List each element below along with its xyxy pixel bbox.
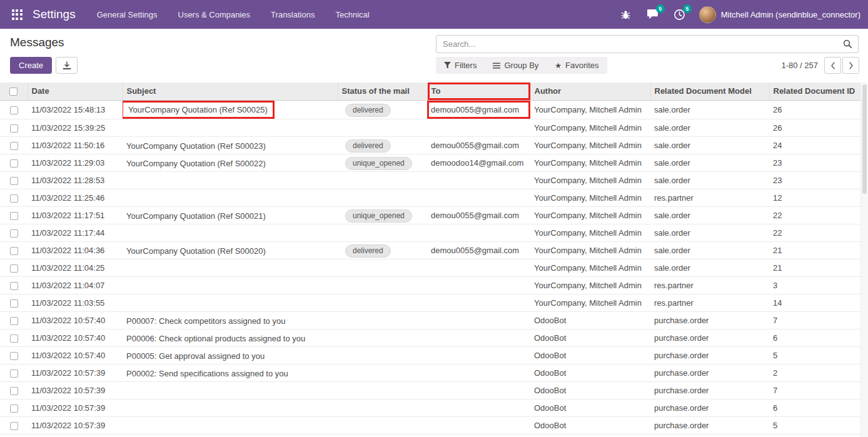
table-row[interactable]: 11/03/2022 15:39:25YourCompany, Mitchell… bbox=[0, 119, 860, 136]
table-row[interactable]: 11/03/2022 11:25:46YourCompany, Mitchell… bbox=[0, 189, 860, 206]
cell-author: YourCompany, Mitchell Admin bbox=[530, 119, 650, 136]
cell-doc-id: 2 bbox=[769, 364, 860, 381]
row-checkbox[interactable] bbox=[10, 352, 18, 360]
user-menu[interactable]: Mitchell Admin (sendinblue_connector) bbox=[699, 6, 860, 23]
table-row[interactable]: 11/03/2022 11:03:55YourCompany, Mitchell… bbox=[0, 294, 860, 311]
cell-to bbox=[427, 259, 530, 276]
table-row[interactable]: 11/03/2022 10:57:40P00007: Check competi… bbox=[0, 311, 860, 329]
row-select-cell bbox=[0, 100, 28, 119]
row-checkbox[interactable] bbox=[10, 334, 18, 343]
app-title[interactable]: Settings bbox=[33, 8, 76, 21]
cell-author: OdooBot bbox=[530, 434, 650, 437]
table-row[interactable]: 11/03/2022 11:28:53YourCompany, Mitchell… bbox=[0, 171, 860, 189]
apps-menu-button[interactable] bbox=[10, 8, 24, 21]
table-row[interactable]: 11/03/2022 11:04:36YourCompany Quotation… bbox=[0, 241, 860, 259]
row-checkbox[interactable] bbox=[10, 264, 18, 273]
menu-general-settings[interactable]: General Settings bbox=[97, 10, 158, 19]
user-avatar bbox=[699, 6, 716, 23]
subject-text: P00006: Check optional products assigned… bbox=[126, 333, 305, 344]
subject-text: P00005: Get approval assigned to you bbox=[126, 351, 265, 361]
cell-model: sale.order bbox=[650, 206, 769, 224]
activities-button[interactable]: 5 bbox=[672, 7, 687, 22]
group-by-button[interactable]: Group By bbox=[485, 57, 547, 74]
activities-badge: 5 bbox=[683, 4, 692, 13]
row-select-cell bbox=[0, 329, 28, 346]
table-row[interactable]: 11/03/2022 10:57:39OdooBotpurchase.order… bbox=[0, 381, 860, 399]
column-header-subject[interactable]: Subject bbox=[123, 83, 338, 100]
table-row[interactable]: 11/03/2022 10:57:39OdooBotpurchase.order… bbox=[0, 399, 860, 416]
row-checkbox[interactable] bbox=[10, 317, 18, 325]
cell-author: YourCompany, Mitchell Admin bbox=[530, 276, 650, 294]
row-checkbox[interactable] bbox=[10, 142, 18, 150]
cell-subject: YourCompany Quotation (Ref S00020) bbox=[123, 241, 338, 259]
column-header-date[interactable]: Date bbox=[28, 83, 123, 100]
pager-previous-button[interactable] bbox=[824, 57, 841, 74]
row-checkbox[interactable] bbox=[10, 422, 18, 430]
menu-technical[interactable]: Technical bbox=[335, 10, 369, 19]
row-select-cell bbox=[0, 346, 28, 364]
filters-button[interactable]: Filters bbox=[436, 57, 485, 74]
table-row[interactable]: 11/03/2022 10:57:40P00005: Get approval … bbox=[0, 346, 860, 364]
vertical-scrollbar[interactable] bbox=[860, 83, 868, 437]
cell-subject: P00007: Check competitors assigned to yo… bbox=[123, 311, 338, 329]
table-row[interactable]: 11/03/2022 15:48:13YourCompany Quotation… bbox=[0, 100, 860, 119]
select-all-checkbox[interactable] bbox=[9, 88, 18, 96]
row-checkbox[interactable] bbox=[10, 229, 18, 238]
menu-users-companies[interactable]: Users & Companies bbox=[178, 10, 251, 19]
cell-date: 11/03/2022 10:57:39 bbox=[28, 416, 123, 434]
cell-status bbox=[338, 119, 427, 136]
column-header-to[interactable]: To bbox=[427, 83, 530, 100]
search-submit[interactable] bbox=[843, 39, 852, 49]
cell-subject: P00006: Check optional products assigned… bbox=[123, 329, 338, 346]
table-row[interactable]: 11/03/2022 10:57:39P00002: Send specific… bbox=[0, 364, 860, 381]
cell-author: OdooBot bbox=[530, 416, 650, 434]
row-checkbox[interactable] bbox=[10, 159, 18, 168]
debug-mode-button[interactable] bbox=[618, 7, 633, 22]
table-row[interactable]: 11/03/2022 11:29:03YourCompany Quotation… bbox=[0, 154, 860, 171]
cell-doc-id: 23 bbox=[769, 171, 860, 189]
cell-to bbox=[427, 329, 530, 346]
column-header-model[interactable]: Related Document Model bbox=[650, 83, 769, 100]
column-header-author[interactable]: Author bbox=[530, 83, 650, 100]
cell-date: 11/03/2022 11:50:16 bbox=[28, 136, 123, 154]
table-row[interactable]: 11/03/2022 11:04:25YourCompany, Mitchell… bbox=[0, 259, 860, 276]
create-button[interactable]: Create bbox=[10, 57, 52, 74]
column-header-status[interactable]: Status of the mail bbox=[338, 83, 427, 100]
table-row[interactable]: 11/03/2022 11:17:51YourCompany Quotation… bbox=[0, 206, 860, 224]
column-header-doc-id[interactable]: Related Document ID bbox=[769, 83, 860, 100]
cell-date: 11/03/2022 10:57:40 bbox=[28, 346, 123, 364]
favorites-button[interactable]: ★ Favorites bbox=[547, 57, 607, 74]
table-row[interactable]: 11/03/2022 11:17:44YourCompany, Mitchell… bbox=[0, 224, 860, 241]
row-checkbox[interactable] bbox=[10, 299, 18, 308]
messages-button[interactable]: 5 bbox=[645, 7, 660, 22]
scrollbar-thumb[interactable] bbox=[862, 84, 867, 194]
row-checkbox[interactable] bbox=[10, 369, 18, 378]
cell-date: 11/03/2022 15:39:25 bbox=[28, 119, 123, 136]
search-input[interactable] bbox=[437, 39, 843, 49]
cell-date: 11/03/2022 11:04:25 bbox=[28, 259, 123, 276]
menu-translations[interactable]: Translations bbox=[271, 10, 315, 19]
table-row[interactable]: 11/03/2022 11:50:16YourCompany Quotation… bbox=[0, 136, 860, 154]
row-checkbox[interactable] bbox=[10, 106, 18, 114]
cell-model: res.partner bbox=[650, 294, 769, 311]
cell-author: YourCompany, Mitchell Admin bbox=[530, 154, 650, 171]
row-checkbox[interactable] bbox=[10, 124, 18, 133]
status-badge: delivered bbox=[345, 139, 391, 153]
row-checkbox[interactable] bbox=[10, 387, 18, 395]
table-row[interactable]: 11/03/2022 10:57:39OdooBotpurchase.order… bbox=[0, 434, 860, 437]
row-checkbox[interactable] bbox=[10, 177, 18, 185]
row-checkbox[interactable] bbox=[10, 247, 18, 255]
table-row[interactable]: 11/03/2022 10:57:40P00006: Check optiona… bbox=[0, 329, 860, 346]
table-row[interactable]: 11/03/2022 11:04:07YourCompany, Mitchell… bbox=[0, 276, 860, 294]
row-checkbox[interactable] bbox=[10, 194, 18, 203]
row-checkbox[interactable] bbox=[10, 282, 18, 290]
subject-text: YourCompany Quotation (Ref S00021) bbox=[126, 211, 266, 221]
row-checkbox[interactable] bbox=[10, 404, 18, 413]
row-checkbox[interactable] bbox=[10, 212, 18, 220]
export-button[interactable] bbox=[56, 57, 78, 74]
table-row[interactable]: 11/03/2022 10:57:39OdooBotpurchase.order… bbox=[0, 416, 860, 434]
action-buttons: Create bbox=[10, 57, 78, 74]
row-select-cell bbox=[0, 206, 28, 224]
pager-next-button[interactable] bbox=[842, 57, 859, 74]
cell-subject: P00002: Send specifications assigned to … bbox=[123, 364, 338, 381]
